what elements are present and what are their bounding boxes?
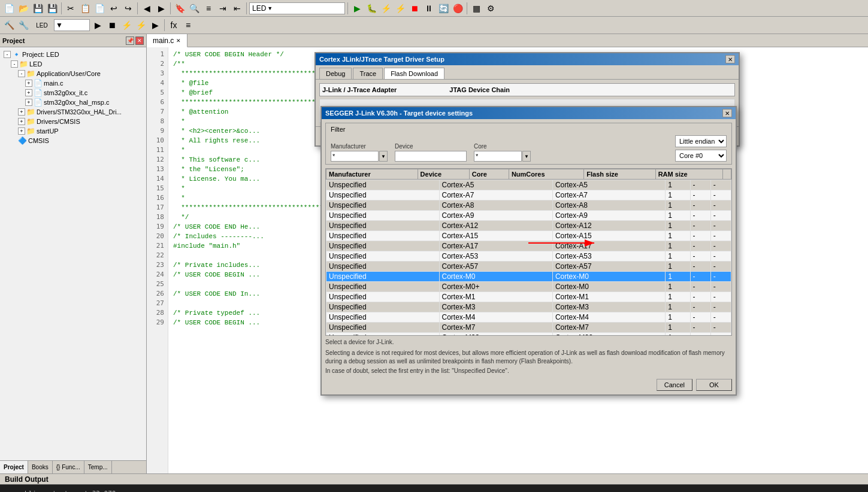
table-row[interactable]: UnspecifiedCortex-M3Cortex-M31--: [326, 302, 731, 312]
toggle-hal[interactable]: +: [25, 99, 32, 106]
tab-project[interactable]: Project: [0, 461, 28, 473]
build3-btn[interactable]: LED: [31, 19, 53, 32]
dedent-btn[interactable]: ⇤: [231, 2, 244, 15]
table-row[interactable]: UnspecifiedCortex-A53Cortex-A531--: [326, 251, 731, 262]
pause-btn[interactable]: ⏸: [422, 2, 435, 15]
table-row[interactable]: UnspecifiedCortex-A17Cortex-A171--: [326, 241, 731, 251]
toggle-cmsis[interactable]: +: [18, 118, 25, 125]
toggle-mainc[interactable]: +: [25, 80, 32, 87]
table-row[interactable]: UnspecifiedCortex-A9Cortex-A91--: [326, 211, 731, 221]
stop2-btn[interactable]: ⏹: [105, 19, 119, 32]
paste-btn[interactable]: 📄: [93, 2, 106, 15]
panel-close-btn[interactable]: ✕: [135, 37, 144, 45]
manufacturer-arrow[interactable]: ▼: [379, 151, 388, 162]
cut-btn[interactable]: ✂: [64, 2, 77, 15]
dlg1-tab-debug[interactable]: Debug: [319, 68, 352, 79]
run3-btn[interactable]: ▶: [149, 19, 162, 32]
table-row[interactable]: UnspecifiedCortex-A57Cortex-A571--: [326, 262, 731, 272]
device-input[interactable]: [395, 151, 467, 162]
tab-func[interactable]: {} Func...: [53, 461, 84, 473]
table-row[interactable]: UnspecifiedCortex-A7Cortex-A71--: [326, 190, 731, 201]
tree-item-cmsis[interactable]: + 📁 Drivers/CMSIS: [2, 117, 144, 126]
copy-btn[interactable]: 📋: [78, 2, 92, 15]
tree-item-startup[interactable]: + 📁 startUP: [2, 126, 144, 136]
table-row[interactable]: UnspecifiedCortex-M0+Cortex-M01--: [326, 282, 731, 292]
find-btn[interactable]: 🔍: [187, 2, 201, 15]
endian-select[interactable]: Little endian Big endian: [675, 135, 727, 147]
more2-btn[interactable]: ≡: [182, 19, 195, 32]
device-table-scroll[interactable]: UnspecifiedCortex-A5Cortex-A51-- Unspeci…: [326, 180, 731, 335]
toolbar-row1: 📄 📂 💾 💾 ✂ 📋 📄 ↩ ↪ ◀ ▶ 🔖 🔍 ≡ ⇥ ⇤ LED ▼ ▶ …: [0, 0, 868, 17]
debug-btn[interactable]: 🐛: [365, 2, 378, 15]
tab-books[interactable]: Books: [28, 461, 53, 473]
undo-btn[interactable]: ↩: [107, 2, 120, 15]
tree-item-mainc[interactable]: + 📄 main.c: [2, 78, 144, 88]
run2-btn[interactable]: ▶: [91, 19, 104, 32]
tree-item-appcore[interactable]: - 📁 Application/User/Core: [2, 69, 144, 78]
flash3-btn[interactable]: ⚡: [120, 19, 133, 32]
redo-btn[interactable]: ↪: [122, 2, 135, 15]
cell-ram: -: [710, 302, 731, 312]
table-row[interactable]: UnspecifiedCortex-A12Cortex-A121--: [326, 221, 731, 231]
build-btn[interactable]: 🔨: [2, 19, 16, 32]
dialog2-ok-btn[interactable]: OK: [696, 379, 732, 391]
dialog2-cancel-btn[interactable]: Cancel: [657, 379, 692, 391]
tab-temp[interactable]: Temp...: [84, 461, 112, 473]
table-row-selected[interactable]: UnspecifiedCortex-M0Cortex-M01--: [326, 272, 731, 282]
table-row[interactable]: UnspecifiedCortex-A5Cortex-A51--: [326, 180, 731, 190]
toggle-startup[interactable]: +: [18, 127, 25, 135]
back-btn[interactable]: ◀: [140, 2, 153, 15]
settings-btn[interactable]: ⚙: [484, 2, 497, 15]
stop-btn[interactable]: ⏹: [408, 2, 421, 15]
table-row[interactable]: UnspecifiedCortex-M7Cortex-M71--: [326, 323, 731, 333]
more-btn[interactable]: ≡: [202, 2, 215, 15]
fwd-btn[interactable]: ▶: [155, 2, 168, 15]
dialog2-close-btn[interactable]: ✕: [722, 109, 732, 117]
func-btn[interactable]: fx: [167, 19, 180, 32]
code-area: main.c ✕ 1234567891011121314151617181920…: [147, 34, 868, 473]
toggle-appcore[interactable]: -: [18, 70, 25, 77]
core-num-select[interactable]: Core #0: [675, 150, 727, 162]
table-row[interactable]: UnspecifiedCortex-A15Cortex-A151--: [326, 231, 731, 241]
panel-pin-btn[interactable]: 📌: [126, 37, 134, 45]
flash4-btn[interactable]: ⚡: [134, 19, 147, 32]
indent-btn[interactable]: ⇥: [216, 2, 229, 15]
table-row[interactable]: UnspecifiedCortex-M4Cortex-M41--: [326, 312, 731, 323]
save-btn[interactable]: 💾: [31, 2, 44, 15]
save-all-btn[interactable]: 💾: [46, 2, 59, 15]
erase-btn[interactable]: 🔴: [451, 2, 464, 15]
manufacturer-input[interactable]: [331, 151, 379, 162]
new-file-btn[interactable]: 📄: [2, 2, 16, 15]
toggle-project[interactable]: -: [4, 51, 11, 58]
dlg1-tab-flash[interactable]: Flash Download: [384, 68, 444, 79]
tree-item-drivers[interactable]: + 📁 Drivers/STM32G0xx_HAL_Dri...: [2, 107, 144, 117]
code-tab-close[interactable]: ✕: [176, 38, 181, 44]
tree-item-project[interactable]: - 🔹 Project: LED: [2, 50, 144, 59]
core-input[interactable]: [474, 151, 522, 162]
bookmark-btn[interactable]: 🔖: [173, 2, 186, 15]
table-row[interactable]: UnspecifiedCortex-A8Cortex-A81--: [326, 201, 731, 211]
tree-item-led[interactable]: - 📁 LED: [2, 59, 144, 69]
window-btn[interactable]: ▦: [470, 2, 483, 15]
code-tab-mainc[interactable]: main.c ✕: [147, 34, 187, 47]
tree-item-hal[interactable]: + 📄 stm32g0xx_hal_msp.c: [2, 98, 144, 107]
flash-btn[interactable]: ⚡: [379, 2, 392, 15]
dlg1-tab-trace[interactable]: Trace: [353, 68, 383, 79]
table-row[interactable]: UnspecifiedCortex-M1Cortex-M11--: [326, 292, 731, 302]
table-row[interactable]: UnspecifiedCortex-M23Cortex-M231--: [326, 333, 731, 336]
toggle-it[interactable]: +: [25, 89, 32, 96]
open-btn[interactable]: 📂: [17, 2, 30, 15]
target-combo[interactable]: LED ▼: [249, 2, 345, 14]
run-btn[interactable]: ▶: [350, 2, 364, 15]
build2-btn[interactable]: 🔧: [17, 19, 30, 32]
reset-btn[interactable]: 🔄: [437, 2, 450, 15]
tree-item-cmsis2[interactable]: 🔷 CMSIS: [2, 136, 144, 145]
flash2-btn[interactable]: ⚡: [394, 2, 407, 15]
toggle-drivers[interactable]: +: [18, 108, 25, 116]
tree-item-it[interactable]: + 📄 stm32g0xx_it.c: [2, 88, 144, 98]
cell-ram: -: [710, 282, 731, 292]
led-combo[interactable]: ▼: [54, 19, 90, 31]
toggle-led[interactable]: -: [11, 60, 18, 68]
dialog1-close-btn[interactable]: ✕: [725, 55, 735, 63]
core-arrow[interactable]: ▼: [522, 151, 531, 162]
